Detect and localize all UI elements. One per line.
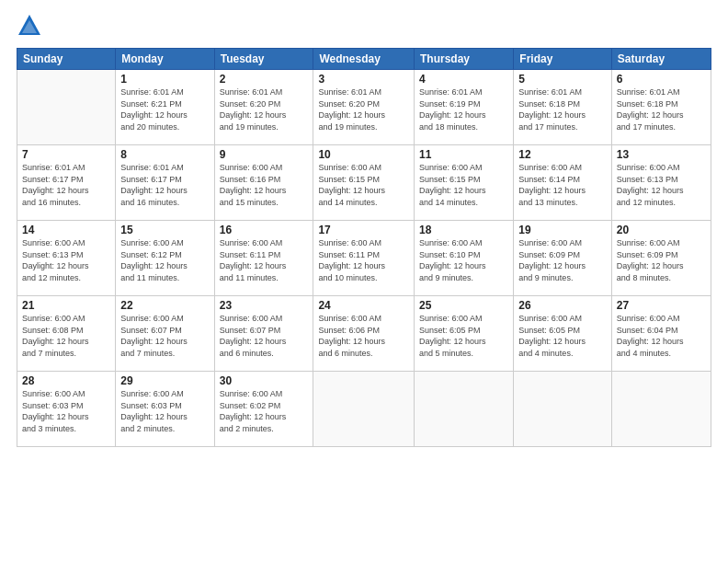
day-number: 15	[120, 224, 209, 236]
calendar-cell: 8Sunrise: 6:01 AM Sunset: 6:17 PM Daylig…	[116, 145, 214, 221]
calendar-header-thursday: Thursday	[415, 49, 514, 70]
logo	[17, 13, 46, 39]
calendar-cell: 4Sunrise: 6:01 AM Sunset: 6:19 PM Daylig…	[415, 70, 514, 145]
calendar-cell: 22Sunrise: 6:00 AM Sunset: 6:07 PM Dayli…	[116, 296, 214, 372]
day-info: Sunrise: 6:01 AM Sunset: 6:18 PM Dayligh…	[617, 86, 706, 132]
day-number: 4	[419, 73, 508, 86]
day-number: 3	[318, 73, 409, 86]
calendar-cell: 1Sunrise: 6:01 AM Sunset: 6:21 PM Daylig…	[116, 70, 214, 145]
day-number: 22	[120, 299, 209, 312]
day-info: Sunrise: 6:00 AM Sunset: 6:05 PM Dayligh…	[419, 313, 508, 359]
day-info: Sunrise: 6:00 AM Sunset: 6:06 PM Dayligh…	[318, 313, 409, 359]
day-number: 25	[419, 299, 508, 312]
day-number: 2	[220, 73, 309, 86]
day-info: Sunrise: 6:00 AM Sunset: 6:16 PM Dayligh…	[220, 162, 309, 208]
day-info: Sunrise: 6:01 AM Sunset: 6:17 PM Dayligh…	[120, 162, 209, 208]
calendar-cell	[313, 372, 415, 447]
calendar-header-saturday: Saturday	[611, 49, 711, 70]
calendar-table: SundayMondayTuesdayWednesdayThursdayFrid…	[17, 48, 711, 447]
day-number: 17	[318, 224, 409, 236]
day-number: 20	[617, 224, 706, 236]
day-number: 18	[419, 224, 508, 236]
day-info: Sunrise: 6:00 AM Sunset: 6:15 PM Dayligh…	[419, 162, 508, 208]
calendar-cell: 16Sunrise: 6:00 AM Sunset: 6:11 PM Dayli…	[214, 221, 313, 296]
day-info: Sunrise: 6:00 AM Sunset: 6:09 PM Dayligh…	[617, 237, 706, 283]
day-info: Sunrise: 6:00 AM Sunset: 6:08 PM Dayligh…	[22, 313, 110, 359]
calendar-cell: 3Sunrise: 6:01 AM Sunset: 6:20 PM Daylig…	[313, 70, 415, 145]
calendar-header-wednesday: Wednesday	[313, 49, 415, 70]
day-number: 12	[518, 148, 607, 161]
day-info: Sunrise: 6:00 AM Sunset: 6:14 PM Dayligh…	[518, 162, 607, 208]
day-info: Sunrise: 6:01 AM Sunset: 6:20 PM Dayligh…	[318, 86, 409, 132]
day-number: 1	[120, 73, 209, 86]
calendar-cell: 25Sunrise: 6:00 AM Sunset: 6:05 PM Dayli…	[415, 296, 514, 372]
calendar-cell: 9Sunrise: 6:00 AM Sunset: 6:16 PM Daylig…	[214, 145, 313, 221]
day-info: Sunrise: 6:00 AM Sunset: 6:04 PM Dayligh…	[617, 313, 706, 359]
day-info: Sunrise: 6:01 AM Sunset: 6:21 PM Dayligh…	[120, 86, 209, 132]
day-info: Sunrise: 6:00 AM Sunset: 6:03 PM Dayligh…	[22, 388, 110, 434]
calendar-cell: 13Sunrise: 6:00 AM Sunset: 6:13 PM Dayli…	[611, 145, 711, 221]
day-number: 27	[617, 299, 706, 312]
day-info: Sunrise: 6:00 AM Sunset: 6:12 PM Dayligh…	[120, 237, 209, 283]
day-info: Sunrise: 6:00 AM Sunset: 6:11 PM Dayligh…	[220, 237, 309, 283]
calendar-cell: 30Sunrise: 6:00 AM Sunset: 6:02 PM Dayli…	[214, 372, 313, 447]
day-number: 9	[220, 148, 309, 161]
calendar-cell: 7Sunrise: 6:01 AM Sunset: 6:17 PM Daylig…	[17, 145, 116, 221]
day-info: Sunrise: 6:01 AM Sunset: 6:18 PM Dayligh…	[518, 86, 607, 132]
day-number: 10	[318, 148, 409, 161]
day-number: 21	[22, 299, 110, 312]
day-info: Sunrise: 6:01 AM Sunset: 6:20 PM Dayligh…	[220, 86, 309, 132]
calendar-week-2: 7Sunrise: 6:01 AM Sunset: 6:17 PM Daylig…	[17, 145, 711, 221]
day-number: 26	[518, 299, 607, 312]
calendar-cell: 27Sunrise: 6:00 AM Sunset: 6:04 PM Dayli…	[611, 296, 711, 372]
calendar-cell: 24Sunrise: 6:00 AM Sunset: 6:06 PM Dayli…	[313, 296, 415, 372]
day-number: 13	[617, 148, 706, 161]
day-info: Sunrise: 6:00 AM Sunset: 6:05 PM Dayligh…	[518, 313, 607, 359]
day-info: Sunrise: 6:00 AM Sunset: 6:02 PM Dayligh…	[220, 388, 309, 434]
day-info: Sunrise: 6:00 AM Sunset: 6:15 PM Dayligh…	[318, 162, 409, 208]
calendar-cell: 23Sunrise: 6:00 AM Sunset: 6:07 PM Dayli…	[214, 296, 313, 372]
calendar-cell: 28Sunrise: 6:00 AM Sunset: 6:03 PM Dayli…	[17, 372, 116, 447]
day-info: Sunrise: 6:00 AM Sunset: 6:07 PM Dayligh…	[220, 313, 309, 359]
calendar-cell: 29Sunrise: 6:00 AM Sunset: 6:03 PM Dayli…	[116, 372, 214, 447]
calendar-cell: 19Sunrise: 6:00 AM Sunset: 6:09 PM Dayli…	[514, 221, 612, 296]
calendar-week-5: 28Sunrise: 6:00 AM Sunset: 6:03 PM Dayli…	[17, 372, 711, 447]
calendar-cell: 2Sunrise: 6:01 AM Sunset: 6:20 PM Daylig…	[214, 70, 313, 145]
calendar-header-friday: Friday	[514, 49, 612, 70]
day-info: Sunrise: 6:01 AM Sunset: 6:17 PM Dayligh…	[22, 162, 110, 208]
day-number: 11	[419, 148, 508, 161]
calendar-cell: 18Sunrise: 6:00 AM Sunset: 6:10 PM Dayli…	[415, 221, 514, 296]
page: SundayMondayTuesdayWednesdayThursdayFrid…	[0, 0, 728, 563]
day-info: Sunrise: 6:00 AM Sunset: 6:03 PM Dayligh…	[120, 388, 209, 434]
calendar-cell	[611, 372, 711, 447]
day-number: 5	[518, 73, 607, 86]
calendar-header-monday: Monday	[116, 49, 214, 70]
day-info: Sunrise: 6:00 AM Sunset: 6:07 PM Dayligh…	[120, 313, 209, 359]
calendar-cell	[514, 372, 612, 447]
calendar-cell: 12Sunrise: 6:00 AM Sunset: 6:14 PM Dayli…	[514, 145, 612, 221]
day-number: 8	[120, 148, 209, 161]
day-info: Sunrise: 6:00 AM Sunset: 6:13 PM Dayligh…	[617, 162, 706, 208]
day-number: 30	[220, 374, 309, 387]
day-number: 28	[22, 374, 110, 387]
calendar-week-4: 21Sunrise: 6:00 AM Sunset: 6:08 PM Dayli…	[17, 296, 711, 372]
calendar-cell: 10Sunrise: 6:00 AM Sunset: 6:15 PM Dayli…	[313, 145, 415, 221]
calendar-header-sunday: Sunday	[17, 49, 116, 70]
day-info: Sunrise: 6:01 AM Sunset: 6:19 PM Dayligh…	[419, 86, 508, 132]
day-info: Sunrise: 6:00 AM Sunset: 6:13 PM Dayligh…	[22, 237, 110, 283]
header	[17, 13, 711, 39]
calendar-header-tuesday: Tuesday	[214, 49, 313, 70]
day-number: 7	[22, 148, 110, 161]
logo-icon	[17, 13, 42, 39]
calendar-cell: 5Sunrise: 6:01 AM Sunset: 6:18 PM Daylig…	[514, 70, 612, 145]
calendar-cell: 26Sunrise: 6:00 AM Sunset: 6:05 PM Dayli…	[514, 296, 612, 372]
calendar-week-1: 1Sunrise: 6:01 AM Sunset: 6:21 PM Daylig…	[17, 70, 711, 145]
calendar-header-row: SundayMondayTuesdayWednesdayThursdayFrid…	[17, 49, 711, 70]
day-info: Sunrise: 6:00 AM Sunset: 6:09 PM Dayligh…	[518, 237, 607, 283]
calendar-cell: 17Sunrise: 6:00 AM Sunset: 6:11 PM Dayli…	[313, 221, 415, 296]
calendar-cell: 14Sunrise: 6:00 AM Sunset: 6:13 PM Dayli…	[17, 221, 116, 296]
day-number: 16	[220, 224, 309, 236]
day-number: 24	[318, 299, 409, 312]
day-info: Sunrise: 6:00 AM Sunset: 6:10 PM Dayligh…	[419, 237, 508, 283]
day-number: 19	[518, 224, 607, 236]
